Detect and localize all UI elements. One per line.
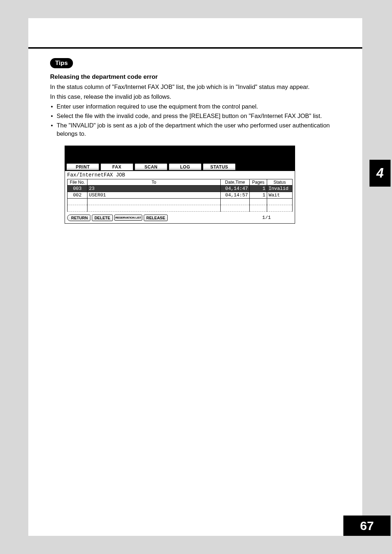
bullet-item: The "INVALID" job is sent as a job of th… bbox=[50, 121, 340, 138]
top-rule bbox=[28, 47, 362, 49]
bullet-list: Enter user information required to use t… bbox=[50, 102, 340, 138]
th-file: File No. bbox=[68, 179, 87, 185]
tabs-row: PRINT FAX SCAN LOG STATUS bbox=[65, 163, 295, 171]
job-table: File No. To Date,Time Pages Status 003 2… bbox=[67, 179, 293, 212]
tab-fax[interactable]: FAX bbox=[101, 163, 133, 170]
page-indicator: 1/1 bbox=[262, 215, 271, 220]
tab-scan[interactable]: SCAN bbox=[135, 163, 167, 170]
release-button[interactable]: RELEASE bbox=[144, 215, 168, 221]
tab-log[interactable]: LOG bbox=[169, 163, 201, 170]
delete-button[interactable]: DELETE bbox=[92, 215, 113, 221]
cell-to: USER01 bbox=[87, 192, 221, 198]
table-row[interactable]: 003 23 04,14:47 1 Invalid bbox=[68, 185, 293, 192]
section-heading: Releasing the department code error bbox=[50, 73, 340, 81]
table-row[interactable]: 002 USER01 04,14:57 1 Wait bbox=[68, 192, 293, 198]
cell-datetime: 04,14:47 bbox=[221, 185, 250, 192]
paragraph-1: In the status column of "Fax/Internet FA… bbox=[50, 83, 340, 91]
cell-status: Invalid bbox=[267, 185, 293, 192]
th-status: Status bbox=[267, 179, 293, 185]
tab-status[interactable]: STATUS bbox=[203, 163, 236, 170]
cell-to: 23 bbox=[87, 185, 221, 192]
paragraph-2: In this case, release the invalid job as… bbox=[50, 93, 340, 101]
return-button[interactable]: RETURN bbox=[67, 215, 90, 221]
cell-pages: 1 bbox=[250, 185, 267, 192]
th-datetime: Date,Time bbox=[221, 179, 250, 185]
tab-print[interactable]: PRINT bbox=[66, 163, 99, 170]
th-pages: Pages bbox=[250, 179, 267, 185]
tips-badge: Tips bbox=[50, 58, 73, 68]
page-number: 67 bbox=[343, 516, 391, 536]
th-to: To bbox=[87, 179, 221, 185]
cell-file: 003 bbox=[68, 185, 87, 192]
screen-subtitle: Fax/InternetFAX JOB bbox=[65, 171, 295, 179]
screen-top-black bbox=[65, 146, 295, 163]
reservation-list-button[interactable]: RESERVATION LIST bbox=[114, 215, 142, 221]
bullet-item: Enter user information required to use t… bbox=[50, 102, 340, 111]
button-row: RETURN DELETE RESERVATION LIST RELEASE 1… bbox=[65, 213, 295, 223]
table-row-empty bbox=[68, 198, 293, 205]
cell-status: Wait bbox=[267, 192, 293, 198]
device-screen: PRINT FAX SCAN LOG STATUS Fax/InternetFA… bbox=[65, 146, 295, 224]
cell-datetime: 04,14:57 bbox=[221, 192, 250, 198]
chapter-tab: 4 bbox=[369, 160, 391, 187]
bullet-item: Select the file with the invalid code, a… bbox=[50, 112, 340, 120]
table-row-empty bbox=[68, 205, 293, 211]
cell-pages: 1 bbox=[250, 192, 267, 198]
cell-file: 002 bbox=[68, 192, 87, 198]
